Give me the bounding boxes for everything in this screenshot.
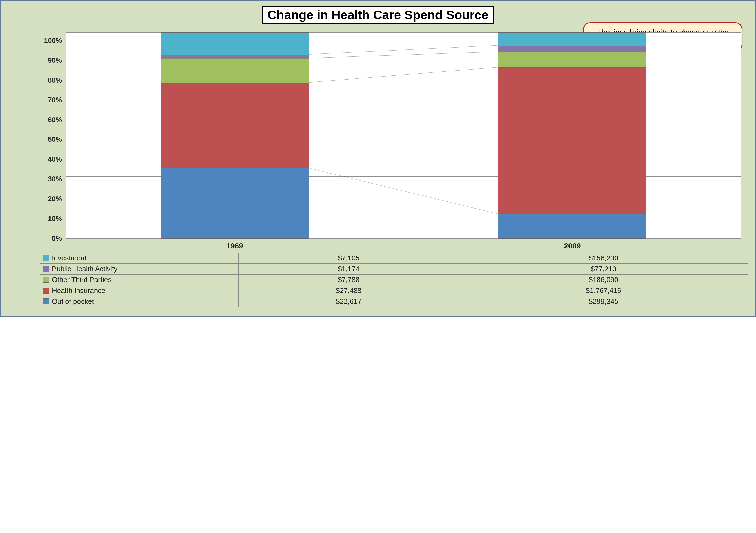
- ytick: 60%: [40, 115, 62, 124]
- table-row: Out of pocket$22,617$299,345: [40, 296, 748, 307]
- stacked-bar-2009: [498, 32, 646, 239]
- table-cell: $7,788: [239, 274, 459, 285]
- data-table: Investment$7,105$156,230Public Health Ac…: [40, 252, 748, 307]
- ytick: 80%: [40, 76, 62, 84]
- y-axis-ticks: 100% 90% 80% 70% 60% 50% 40% 30% 20% 10%…: [40, 32, 66, 239]
- bar-segment: [161, 33, 309, 55]
- bar-segment: [499, 52, 646, 67]
- bars: [66, 32, 741, 239]
- bar-segment: [499, 33, 646, 46]
- bar-segment: [499, 214, 646, 239]
- ytick: 100%: [40, 37, 62, 45]
- ytick: 50%: [40, 135, 62, 144]
- table-cell: $299,345: [459, 296, 748, 307]
- bar-segment: [161, 83, 309, 168]
- bar-segment: [161, 58, 309, 83]
- xtick: 1969: [66, 239, 404, 252]
- series-label: Out of pocket: [40, 296, 239, 307]
- table-row: Investment$7,105$156,230: [40, 253, 748, 264]
- series-label: Investment: [40, 253, 239, 264]
- table-cell: $22,617: [239, 296, 459, 307]
- table-row: Health Insurance$27,488$1,767,416: [40, 285, 748, 296]
- table-cell: $1,174: [239, 264, 459, 274]
- series-label: Health Insurance: [40, 285, 239, 296]
- chart-container: Change in Health Care Spend Source Perce…: [0, 0, 756, 317]
- ytick: 20%: [40, 195, 62, 203]
- table-cell: $1,767,416: [459, 285, 748, 296]
- ytick: 0%: [40, 234, 62, 242]
- table-cell: $186,090: [459, 274, 748, 285]
- xtick: 2009: [404, 239, 741, 252]
- ytick: 90%: [40, 56, 62, 64]
- series-label: Other Third Parties: [40, 274, 239, 285]
- table-cell: $27,488: [239, 285, 459, 296]
- ytick: 40%: [40, 155, 62, 164]
- table-cell: $77,213: [459, 264, 748, 274]
- table-cell: $7,105: [239, 253, 459, 264]
- data-table-wrap: Investment$7,105$156,230Public Health Ac…: [40, 252, 748, 307]
- plot: [66, 32, 741, 239]
- bar-segment: [499, 46, 646, 52]
- stacked-bar-1969: [161, 32, 309, 239]
- plot-area: Percent of Total Annual Spend The lines …: [40, 32, 741, 252]
- table-cell: $156,230: [459, 253, 748, 264]
- ytick: 10%: [40, 215, 62, 223]
- series-label: Public Health Activity: [40, 264, 239, 274]
- bar-segment: [161, 55, 309, 58]
- ytick: 30%: [40, 175, 62, 183]
- table-row: Public Health Activity$1,174$77,213: [40, 264, 748, 274]
- x-axis-ticks: 1969 2009: [66, 239, 741, 252]
- bar-segment: [499, 67, 646, 214]
- ytick: 70%: [40, 95, 62, 104]
- chart-title: Change in Health Care Spend Source: [262, 6, 495, 24]
- table-row: Other Third Parties$7,788$186,090: [40, 274, 748, 285]
- bar-segment: [161, 168, 309, 239]
